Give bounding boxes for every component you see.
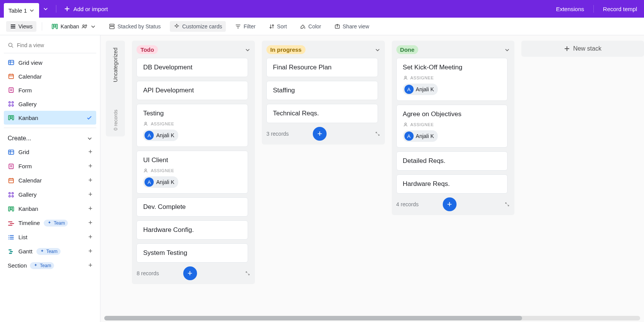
- card[interactable]: DB Development: [136, 58, 248, 77]
- add-card-button[interactable]: +: [443, 197, 457, 211]
- card[interactable]: System Testing: [136, 243, 248, 263]
- view-item-label: Form: [18, 87, 32, 94]
- create-kanban[interactable]: Kanban+: [4, 202, 96, 216]
- assignee-label: ASSIGNEE: [143, 168, 242, 173]
- create-list[interactable]: List+: [4, 230, 96, 244]
- uncategorized-label: Uncategorized: [112, 48, 118, 82]
- gantt-icon: [8, 248, 15, 255]
- find-view-input[interactable]: Find a view: [4, 39, 96, 51]
- column-menu[interactable]: [375, 47, 380, 53]
- calendar-icon: [8, 73, 15, 80]
- avatar: A: [145, 177, 154, 187]
- svg-point-36: [145, 122, 147, 124]
- people-icon: [81, 23, 88, 30]
- sort-icon: [269, 23, 275, 30]
- create-calendar[interactable]: Calendar+: [4, 173, 96, 187]
- card[interactable]: TestingASSIGNEE AAnjali K: [136, 104, 248, 147]
- extensions-button[interactable]: Extensions: [552, 2, 588, 15]
- record-templates-button[interactable]: Record templ: [599, 2, 641, 15]
- add-section-button[interactable]: +: [88, 261, 92, 269]
- view-item-gallery[interactable]: Gallery: [4, 97, 96, 111]
- record-count: 8 records: [136, 270, 159, 276]
- plus-icon: +: [88, 148, 92, 156]
- create-form[interactable]: Form+: [4, 159, 96, 173]
- create-section-toggle[interactable]: Create...: [4, 130, 96, 145]
- view-item-grid[interactable]: Grid view: [4, 56, 96, 69]
- stacked-by-button[interactable]: Stacked by Status: [105, 21, 164, 32]
- plus-icon: +: [88, 162, 92, 170]
- share-icon: [334, 23, 340, 30]
- view-item-kanban[interactable]: Kanban: [4, 111, 96, 125]
- svg-rect-18: [10, 115, 12, 118]
- separator: [4, 128, 96, 128]
- card[interactable]: Agree on ObjectivesASSIGNEE AAnjali K: [396, 105, 508, 148]
- card[interactable]: Hardware Reqs.: [396, 174, 508, 194]
- uncategorized-column[interactable]: Uncategorized0 records: [106, 41, 125, 136]
- current-view-button[interactable]: Kanban: [48, 21, 100, 32]
- sort-button[interactable]: Sort: [265, 21, 291, 32]
- customize-cards-button[interactable]: Customize cards: [170, 21, 226, 32]
- create-item-label: List: [18, 234, 27, 240]
- create-item-label: Gallery: [18, 191, 37, 198]
- create-gallery[interactable]: Gallery+: [4, 187, 96, 202]
- plus-icon: [64, 6, 70, 12]
- add-or-import-button[interactable]: Add or import: [60, 2, 112, 15]
- status-pill: In progress: [266, 45, 306, 54]
- card-title: System Testing: [143, 249, 242, 257]
- collapse-icon: [245, 271, 250, 276]
- column-menu[interactable]: [504, 47, 510, 53]
- uncategorized-count: 0 records: [113, 110, 118, 130]
- card[interactable]: Dev. Complete: [136, 197, 248, 217]
- stack-icon: [109, 23, 115, 30]
- table-tab-label: Table 1: [8, 7, 27, 14]
- color-button[interactable]: Color: [296, 21, 325, 32]
- form-icon: [8, 87, 15, 94]
- svg-rect-6: [110, 26, 114, 29]
- card-title: Hardware Reqs.: [403, 180, 501, 188]
- svg-point-25: [9, 195, 10, 197]
- column-menu[interactable]: [245, 47, 250, 53]
- svg-point-16: [12, 105, 13, 106]
- sparkle-icon: [39, 249, 45, 254]
- svg-rect-34: [10, 251, 13, 252]
- card[interactable]: Hardware Config.: [136, 220, 248, 240]
- add-card-button[interactable]: +: [313, 127, 327, 141]
- collapse-column-button[interactable]: [245, 271, 250, 276]
- gallery-icon: [8, 100, 15, 107]
- create-item-label: Kanban: [18, 205, 38, 212]
- avatar: A: [145, 131, 154, 140]
- section-label: Section: [8, 262, 27, 269]
- new-stack-button[interactable]: New stack: [521, 41, 644, 57]
- card[interactable]: Technical Reqs.: [266, 104, 378, 123]
- svg-point-9: [9, 43, 12, 47]
- horizontal-scrollbar[interactable]: [104, 316, 640, 320]
- card[interactable]: API Development: [136, 81, 248, 100]
- table-tab[interactable]: Table 1: [4, 3, 39, 18]
- card[interactable]: Final Resource Plan: [266, 58, 378, 77]
- chevron-down-icon: [90, 24, 96, 29]
- view-item-form[interactable]: Form: [4, 83, 96, 97]
- card[interactable]: Staffing: [266, 81, 378, 100]
- create-grid[interactable]: Grid+: [4, 145, 96, 159]
- table-tab-menu[interactable]: [39, 0, 52, 18]
- card[interactable]: Detailed Reqs.: [396, 151, 508, 171]
- create-gantt[interactable]: GanttTeam+: [4, 244, 96, 258]
- svg-point-31: [8, 237, 9, 237]
- add-card-button[interactable]: +: [183, 266, 197, 280]
- svg-point-23: [9, 192, 10, 194]
- card[interactable]: Set Kick-Off MeetingASSIGNEE AAnjali K: [396, 58, 508, 101]
- card-title: DB Development: [143, 64, 242, 71]
- view-item-calendar[interactable]: Calendar: [4, 69, 96, 83]
- collapse-column-button[interactable]: [375, 131, 380, 136]
- card[interactable]: UI ClientASSIGNEE AAnjali K: [136, 151, 248, 194]
- plus-icon: +: [88, 191, 92, 199]
- plus-icon: +: [88, 247, 92, 255]
- views-menu-button[interactable]: Views: [6, 21, 36, 32]
- create-timeline[interactable]: TimelineTeam+: [4, 216, 96, 230]
- timeline-icon: [8, 220, 15, 227]
- svg-point-30: [8, 235, 9, 236]
- filter-button[interactable]: Filter: [231, 21, 259, 32]
- chevron-down-icon: [504, 47, 510, 53]
- share-view-button[interactable]: Share view: [330, 21, 373, 32]
- collapse-column-button[interactable]: [504, 202, 510, 207]
